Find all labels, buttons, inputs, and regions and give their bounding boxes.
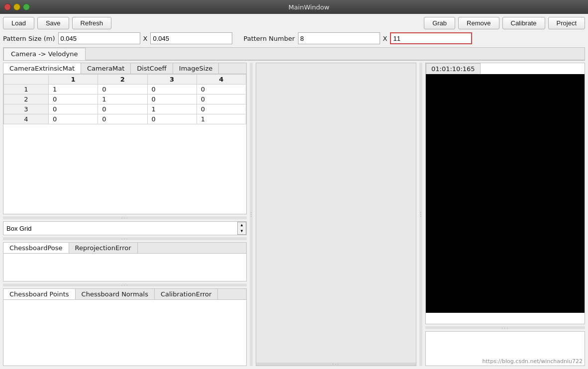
splitter-boxgrid-pose[interactable] [3, 237, 247, 240]
x-label-1: X [143, 35, 148, 42]
cell-1-4: 0 [196, 85, 246, 94]
x-label-2: X [383, 35, 388, 42]
matrix-section: CameraExtrinsicMat CameraMat DistCoeff I… [3, 63, 247, 214]
tab-chessboard-pose[interactable]: ChessboardPose [3, 243, 69, 253]
maximize-button[interactable] [23, 3, 30, 10]
pose-content-area [3, 254, 246, 281]
main-tab-bar: Camera -> Velodyne [3, 48, 585, 60]
timestamp-tab: 01:01:10:165 [426, 63, 481, 74]
row-header-2: 2 [4, 94, 49, 104]
row-header-3: 3 [4, 104, 49, 114]
project-button[interactable]: Project [548, 17, 585, 29]
middle-panel: ··· [256, 63, 416, 366]
content-area: CameraExtrinsicMat CameraMat DistCoeff I… [3, 63, 585, 366]
chessboard-section: Chessboard Points Chessboard Normals Cal… [3, 288, 247, 366]
tab-calibration-error[interactable]: CalibrationError [155, 289, 218, 299]
tab-dist-coeff[interactable]: DistCoeff [131, 63, 173, 74]
tab-camera-mat[interactable]: CameraMat [81, 63, 131, 74]
window-title: MainWindow [34, 3, 584, 11]
cell-4-1: 0 [49, 114, 98, 124]
url-watermark: https://blog.csdn.net/winchadniu722 [483, 358, 583, 365]
minimize-button[interactable] [13, 3, 20, 10]
spin-up-button[interactable]: ▲ [238, 222, 246, 228]
row-header-1: 1 [4, 85, 49, 94]
cell-4-3: 0 [147, 114, 196, 124]
pattern-size-input2[interactable] [150, 32, 232, 44]
calibrate-button[interactable]: Calibrate [502, 17, 545, 29]
camera-image [426, 74, 585, 313]
table-row: 2 0 1 0 0 [4, 94, 246, 104]
table-row: 4 0 0 0 1 [4, 114, 246, 124]
pattern-size-label: Pattern Size (m) [3, 35, 55, 42]
spin-buttons[interactable]: ▲ ▼ [237, 222, 246, 235]
close-button[interactable] [4, 3, 11, 10]
cell-2-1: 0 [49, 94, 98, 104]
splitter-left-middle[interactable] [250, 63, 253, 366]
cell-2-4: 0 [196, 94, 246, 104]
cell-2-3: 0 [147, 94, 196, 104]
tab-image-size[interactable]: ImageSize [173, 63, 219, 74]
pose-section: ChessboardPose ReprojectionError [3, 242, 247, 281]
pattern-size-input1[interactable] [58, 32, 140, 44]
chess-tab-bar: Chessboard Points Chessboard Normals Cal… [3, 289, 246, 300]
splitter-matrix-boxgrid[interactable] [3, 216, 247, 219]
col-header-3: 3 [147, 75, 196, 85]
matrix-tab-bar: CameraExtrinsicMat CameraMat DistCoeff I… [3, 63, 246, 74]
table-row: 3 0 0 1 0 [4, 104, 246, 114]
load-button[interactable]: Load [3, 17, 34, 29]
cell-3-4: 0 [196, 104, 246, 114]
left-panel: CameraExtrinsicMat CameraMat DistCoeff I… [3, 63, 247, 366]
toolbar-right: Grab Remove Calibrate Project [424, 17, 585, 29]
grab-button[interactable]: Grab [424, 17, 455, 29]
toolbar-left: Load Save Refresh [3, 17, 111, 29]
col-header-4: 4 [196, 75, 246, 85]
cell-1-2: 0 [98, 85, 147, 94]
pattern-number-input2[interactable] [390, 32, 472, 44]
camera-view: 01:01:10:165 [425, 63, 585, 324]
window-controls[interactable] [4, 3, 30, 10]
pattern-number-input1[interactable] [298, 32, 380, 44]
box-grid-input[interactable] [3, 222, 237, 235]
cell-3-2: 0 [98, 104, 147, 114]
cell-1-1: 1 [49, 85, 98, 94]
save-button[interactable]: Save [37, 17, 69, 29]
bottom-right-panel: https://blog.csdn.net/winchadniu722 [425, 331, 585, 366]
col-header-1: 1 [49, 75, 98, 85]
main-window: Load Save Refresh Grab Remove Calibrate … [0, 14, 588, 369]
title-bar: MainWindow [0, 0, 588, 14]
matrix-empty-area [3, 124, 246, 214]
remove-button[interactable]: Remove [458, 17, 499, 29]
tab-chessboard-normals[interactable]: Chessboard Normals [76, 289, 155, 299]
table-row: 1 1 0 0 0 [4, 85, 246, 94]
cell-3-1: 0 [49, 104, 98, 114]
tab-chessboard-points[interactable]: Chessboard Points [3, 289, 76, 299]
row-header-4: 4 [4, 114, 49, 124]
tab-camera-extrinsic[interactable]: CameraExtrinsicMat [3, 63, 81, 74]
cell-4-4: 1 [196, 114, 246, 124]
main-tab-container: Camera -> Velodyne [3, 47, 585, 61]
spin-down-button[interactable]: ▼ [238, 228, 246, 234]
cell-2-2: 1 [98, 94, 147, 104]
col-header-2: 2 [98, 75, 147, 85]
col-header-0 [4, 75, 49, 85]
splitter-camera-bottom[interactable] [425, 326, 585, 329]
pattern-number-label: Pattern Number [243, 35, 294, 42]
tab-reprojection-error[interactable]: ReprojectionError [69, 243, 138, 253]
point-cloud-area: ··· [256, 63, 416, 363]
timestamp-tab-container: 01:01:10:165 [426, 63, 585, 74]
splitter-middle-right[interactable] [419, 63, 422, 366]
cell-3-3: 1 [147, 104, 196, 114]
tab-camera-velodyne[interactable]: Camera -> Velodyne [3, 48, 86, 60]
refresh-button[interactable]: Refresh [72, 17, 112, 29]
chess-content-area [3, 300, 246, 366]
right-panel: 01:01:10:165 https://blog.csdn.net/winch… [425, 63, 585, 366]
pose-tab-bar: ChessboardPose ReprojectionError [3, 243, 246, 254]
box-grid-row: ▲ ▼ [3, 221, 247, 235]
pattern-row: Pattern Size (m) X Pattern Number X [3, 32, 585, 44]
matrix-table: 1 2 3 4 1 1 0 0 0 [3, 74, 246, 124]
toolbar: Load Save Refresh Grab Remove Calibrate … [3, 17, 585, 29]
cell-1-3: 0 [147, 85, 196, 94]
cell-4-2: 0 [98, 114, 147, 124]
splitter-middle-h[interactable]: ··· [256, 363, 416, 366]
splitter-pose-chess[interactable] [3, 283, 247, 286]
